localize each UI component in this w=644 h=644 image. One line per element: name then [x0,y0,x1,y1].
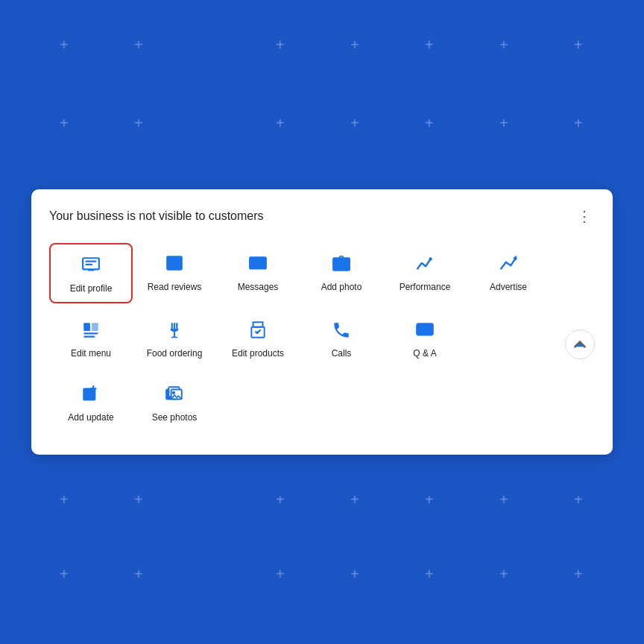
svg-rect-1 [85,260,96,262]
add-update-label: Add update [68,412,113,424]
edit-products-label: Edit products [232,348,284,360]
food-ordering-label: Food ordering [147,348,203,360]
add-update-button[interactable]: Add update [49,373,133,432]
read-reviews-button[interactable]: Read reviews [133,243,216,301]
messages-icon [244,250,271,277]
edit-menu-button[interactable]: Edit menu [49,309,133,367]
svg-point-34 [172,391,175,394]
svg-rect-16 [83,332,98,334]
edit-profile-label: Edit profile [70,283,113,295]
performance-icon [411,250,438,277]
see-photos-icon [161,381,188,408]
advertise-label: Advertise [490,282,527,294]
svg-text:Q&A: Q&A [417,326,432,334]
actions-row-2: Edit menu Food ordering [49,309,565,367]
edit-menu-label: Edit menu [71,348,111,360]
more-options-button[interactable]: ⋮ [574,204,595,228]
advertise-icon [495,250,522,277]
svg-point-10 [338,261,345,268]
performance-button[interactable]: Performance [383,243,467,301]
add-photo-icon [328,250,355,277]
food-ordering-icon [161,317,188,344]
svg-rect-21 [174,332,175,338]
svg-rect-22 [171,337,178,338]
edit-products-button[interactable]: Edit products [216,309,300,367]
svg-point-11 [429,257,432,260]
svg-rect-6 [250,257,266,268]
card-title: Your business is not visible to customer… [49,209,264,223]
food-ordering-button[interactable]: Food ordering [133,309,216,367]
calls-button[interactable]: Calls [300,309,383,367]
svg-rect-0 [83,258,99,269]
messages-button[interactable]: Messages [216,243,300,301]
calls-icon [328,317,355,344]
actions-row-2-wrapper: Edit menu Food ordering [49,309,595,373]
read-reviews-icon [161,250,188,277]
advertise-button[interactable]: Advertise [467,243,550,301]
svg-rect-17 [83,336,95,338]
card-header: Your business is not visible to customer… [49,204,595,228]
edit-profile-button[interactable]: Edit profile [49,243,133,304]
calls-label: Calls [332,348,352,360]
messages-label: Messages [238,282,279,294]
add-photo-button[interactable]: Add photo [300,243,383,301]
qa-label: Q & A [413,348,436,360]
edit-menu-icon [78,317,104,344]
actions-row-3: Add update See photos [49,373,595,432]
actions-row-1: Edit profile Read reviews Messages [49,243,595,304]
see-photos-label: See photos [152,412,198,424]
qa-icon: Q&A [411,317,438,344]
svg-rect-15 [92,323,98,331]
expand-button[interactable] [565,329,595,359]
svg-rect-3 [88,269,95,271]
performance-label: Performance [400,282,451,294]
see-photos-button[interactable]: See photos [133,373,216,432]
svg-rect-14 [83,323,90,331]
add-update-icon [78,381,104,408]
edit-products-icon [244,317,271,344]
business-card: Your business is not visible to customer… [31,189,613,455]
svg-rect-2 [85,263,92,265]
qa-button[interactable]: Q&A Q & A [383,309,467,367]
add-photo-label: Add photo [321,282,362,294]
read-reviews-label: Read reviews [148,282,202,294]
edit-profile-icon [78,252,104,279]
